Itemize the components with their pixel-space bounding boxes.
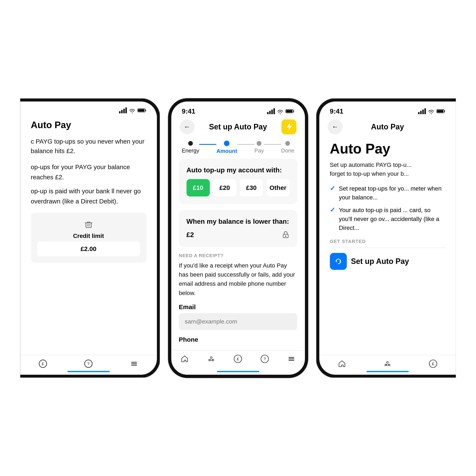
nav-usage-r[interactable] bbox=[383, 359, 392, 368]
status-bar-right: 9:41 bbox=[319, 102, 456, 117]
svg-rect-14 bbox=[286, 110, 292, 113]
p1-text2: op-ups for your PAYG your balance reache… bbox=[31, 162, 146, 182]
stepper: Energy Amount Pay Done bbox=[171, 138, 305, 159]
svg-text:£: £ bbox=[42, 362, 44, 366]
check-item-1: ✓ Set repeat top-ups for yo... meter whe… bbox=[330, 184, 445, 202]
nav-help-c[interactable]: ? bbox=[260, 354, 269, 363]
step-label-energy: Energy bbox=[182, 147, 199, 154]
step-dot-energy bbox=[188, 141, 193, 146]
nav-bills-c[interactable]: £ bbox=[233, 354, 242, 363]
check-mark-1: ✓ bbox=[330, 185, 335, 192]
balance-card-title: When my balance is lower than: bbox=[187, 218, 290, 225]
bottom-nav-center: £ ? bbox=[171, 350, 305, 370]
step-label-amount: Amount bbox=[216, 148, 237, 154]
receipt-label: NEED A RECEIPT? bbox=[179, 253, 297, 258]
bottom-nav-right: £ bbox=[319, 355, 456, 375]
nav-bar-right bbox=[366, 371, 409, 372]
amount-btn-other[interactable]: Other bbox=[266, 179, 290, 196]
email-label: Email bbox=[179, 304, 297, 311]
back-button-right[interactable]: ← bbox=[328, 119, 342, 134]
credit-limit-value: £2.00 bbox=[37, 241, 140, 256]
receipt-section: NEED A RECEIPT? If you'd like a receipt … bbox=[171, 253, 305, 350]
nav-bills-r[interactable]: £ bbox=[428, 359, 438, 368]
wifi-icon-r bbox=[428, 109, 434, 114]
svg-text:?: ? bbox=[264, 357, 266, 361]
step-dot-pay bbox=[257, 141, 261, 146]
left-content: Auto Pay c PAYG top-ups so you never whe… bbox=[20, 116, 157, 375]
battery-icon-r bbox=[437, 109, 445, 114]
nav-home-r[interactable] bbox=[337, 359, 347, 368]
nav-usage[interactable] bbox=[207, 354, 216, 363]
amount-btn-10[interactable]: £10 bbox=[187, 179, 210, 196]
lightning-button[interactable] bbox=[281, 119, 296, 134]
status-bar-center: 9:41 bbox=[171, 102, 305, 117]
amount-btn-20[interactable]: £20 bbox=[213, 179, 237, 196]
phone-center: 9:41 bbox=[168, 99, 308, 378]
time-right: 9:41 bbox=[330, 107, 343, 115]
right-content: Auto Pay Set up automatic PAYG top-u...f… bbox=[319, 138, 456, 355]
svg-point-19 bbox=[210, 357, 212, 358]
cta-button[interactable]: Set up Auto Pay bbox=[330, 253, 445, 270]
step-amount: Amount bbox=[216, 141, 237, 154]
nav-menu[interactable] bbox=[129, 359, 139, 368]
check-text-2: Your auto top-up is paid ... card, so yo… bbox=[339, 206, 445, 232]
cta-icon bbox=[330, 253, 347, 270]
credit-card: Credit limit £2.00 bbox=[31, 213, 146, 263]
check-text-1: Set repeat top-ups for yo... meter when … bbox=[339, 184, 445, 202]
p3-desc: Set up automatic PAYG top-u...forget to … bbox=[330, 160, 445, 178]
back-button-center[interactable]: ← bbox=[180, 119, 195, 134]
balance-row: £2 bbox=[187, 231, 290, 239]
svg-text:£: £ bbox=[432, 362, 434, 366]
p1-text1: c PAYG top-ups so you never when your ba… bbox=[31, 136, 146, 156]
nav-bills[interactable]: £ bbox=[38, 359, 48, 368]
balance-value: £2 bbox=[187, 231, 194, 239]
check-mark-2: ✓ bbox=[330, 206, 335, 214]
step-label-done: Done bbox=[281, 147, 294, 154]
battery-icon-c bbox=[286, 109, 294, 114]
status-icons-left bbox=[119, 107, 146, 113]
cta-text: Set up Auto Pay bbox=[351, 257, 409, 266]
step-label-pay: Pay bbox=[255, 147, 264, 154]
header-right: ← Auto Pay bbox=[319, 117, 456, 138]
receipt-desc: If you'd like a receipt when your Auto P… bbox=[179, 261, 297, 298]
nav-bar-center bbox=[217, 371, 259, 372]
nav-menu-c[interactable] bbox=[287, 354, 296, 363]
phone-right: 9:41 bbox=[316, 99, 456, 378]
trash-icon bbox=[83, 219, 94, 231]
get-started-label: GET STARTED bbox=[330, 239, 445, 244]
amount-btn-30[interactable]: £30 bbox=[240, 179, 263, 196]
wifi-icon-c bbox=[277, 109, 283, 114]
step-dot-done bbox=[285, 141, 290, 146]
check-item-2: ✓ Your auto top-up is paid ... card, so … bbox=[330, 206, 445, 232]
header-center: ← Set up Auto Pay bbox=[171, 117, 305, 138]
topup-card-title: Auto top-up my account with: bbox=[187, 166, 290, 174]
wifi-icon bbox=[129, 108, 135, 113]
nav-home[interactable] bbox=[180, 354, 189, 363]
svg-point-16 bbox=[285, 236, 286, 237]
step-energy: Energy bbox=[182, 141, 199, 154]
nav-help[interactable]: ? bbox=[84, 359, 93, 368]
signal-icon bbox=[119, 107, 127, 113]
credit-limit-label: Credit limit bbox=[73, 233, 104, 239]
time-center: 9:41 bbox=[182, 107, 195, 115]
svg-point-34 bbox=[387, 362, 388, 363]
phone-label: Phone bbox=[179, 336, 297, 343]
topup-card: Auto top-up my account with: £10 £20 £30… bbox=[179, 159, 297, 204]
status-icons-center bbox=[267, 108, 294, 114]
header-title-center: Set up Auto Pay bbox=[209, 122, 267, 131]
balance-card: When my balance is lower than: £2 bbox=[179, 210, 297, 247]
bottom-nav-left: £ ? bbox=[20, 355, 157, 375]
step-line-3 bbox=[264, 144, 281, 145]
get-started-divider bbox=[330, 248, 445, 248]
svg-text:?: ? bbox=[87, 362, 89, 366]
email-input[interactable] bbox=[179, 313, 297, 330]
svg-rect-31 bbox=[437, 110, 443, 113]
battery-icon bbox=[137, 108, 146, 113]
step-done: Done bbox=[281, 141, 294, 154]
step-pay: Pay bbox=[255, 141, 264, 154]
status-bar-left bbox=[20, 102, 157, 116]
scene: Auto Pay c PAYG top-ups so you never whe… bbox=[0, 0, 476, 476]
svg-rect-1 bbox=[138, 109, 144, 112]
amount-buttons: £10 £20 £30 Other bbox=[187, 179, 290, 196]
svg-text:£: £ bbox=[237, 357, 239, 361]
